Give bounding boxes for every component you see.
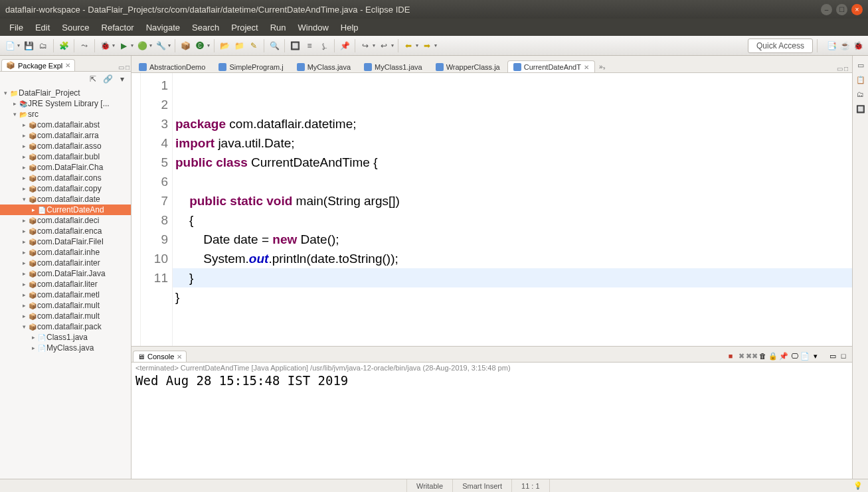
package-explorer-tab[interactable]: 📦 Package Expl ✕ [1,59,75,71]
current-file-node[interactable]: ▸📄CurrentDateAnd [0,205,131,215]
new-class-dropdown[interactable]: ▾ [207,42,210,48]
editor-tab[interactable]: SimpleProgram.j [213,60,289,72]
open-type-button[interactable]: 📂 [218,40,230,52]
package-node[interactable]: ▸📦com.dataflair.mult [0,311,131,321]
prev-ann-dropdown[interactable]: ▾ [391,42,394,48]
run-last-dropdown[interactable]: ▾ [168,42,171,48]
package-tree[interactable]: ▾📁DataFlair_Project ▸📚JRE System Library… [0,86,131,479]
package-node[interactable]: ▸📦com.DataFlair.Cha [0,162,131,173]
pin-button[interactable]: 📌 [339,40,351,52]
show-whitespace-button[interactable]: ⍼ [318,40,330,52]
package-node[interactable]: ▸📦com.DataFlair.Java [0,268,131,279]
save-all-button[interactable]: 🗂 [37,40,49,52]
open-perspective-button[interactable]: 📑 [825,40,837,52]
code-editor[interactable]: 1234567891011 package com.dataflair.date… [131,73,852,346]
skip-breakpoints-button[interactable]: ⤳ [78,40,90,52]
next-ann-dropdown[interactable]: ▾ [373,42,375,48]
editor-tab[interactable]: MyClass1.java [358,60,428,72]
src-node[interactable]: ▾📂src [0,109,131,120]
coverage-button[interactable]: 🟢 [136,40,148,52]
close-tab-icon[interactable]: ✕ [584,64,589,71]
back-button[interactable]: ⬅ [402,40,414,52]
tip-icon[interactable]: 💡 [853,481,863,490]
scroll-lock-button[interactable]: 🔒 [768,351,778,361]
package-node[interactable]: ▸📦com.dataflair.abst [0,120,131,130]
package-node[interactable]: ▾📦com.dataflair.pack [0,321,131,332]
prev-annotation-button[interactable]: ↩ [378,40,390,52]
menu-run[interactable]: Run [265,21,292,34]
run-button[interactable]: ▶ [118,40,130,52]
remove-all-button[interactable]: ✖✖ [747,351,756,361]
menu-project[interactable]: Project [226,21,263,34]
new-package-button[interactable]: 📦 [179,40,191,52]
terminate-button[interactable]: ■ [726,351,735,361]
editor-tab[interactable]: MyClass.java [291,60,357,72]
package-node[interactable]: ▸📦com.dataflair.enca [0,226,131,236]
toggle-mark-button[interactable]: 🔲 [289,40,301,52]
forward-button[interactable]: ➡ [421,40,433,52]
package-node[interactable]: ▸📦com.dataflair.cons [0,173,131,183]
menu-file[interactable]: File [4,21,29,34]
jre-node[interactable]: ▸📚JRE System Library [... [0,98,131,109]
editor-tab[interactable]: WrapperClass.ja [430,60,506,72]
display-console-button[interactable]: 🖵 [790,351,799,361]
package-node[interactable]: ▸📦com.dataflair.deci [0,215,131,226]
minimize-editor-icon[interactable]: ▭ [837,65,843,72]
debug-dropdown[interactable]: ▾ [112,42,115,48]
code-content[interactable]: package com.dataflair.datetime; import j… [173,73,852,346]
package-node[interactable]: ▸📦com.dataflair.inhe [0,247,131,258]
view-menu-button[interactable]: ▾ [116,73,128,85]
package-node[interactable]: ▸📦com.dataflair.copy [0,183,131,194]
package-node[interactable]: ▸📦com.dataflair.metl [0,289,131,300]
link-editor-button[interactable]: 🔗 [102,73,114,85]
window-close-button[interactable]: × [851,4,863,15]
back-dropdown[interactable]: ▾ [416,42,418,48]
quick-access-button[interactable]: Quick Access [748,39,813,53]
maximize-view-icon[interactable]: □ [126,64,130,71]
package-node[interactable]: ▸📦com.dataflair.liter [0,279,131,289]
minimize-view-icon[interactable]: ▭ [118,64,124,71]
maximize-editor-icon[interactable]: □ [844,65,848,72]
package-node[interactable]: ▸📦com.dataflair.asso [0,141,131,151]
package-node[interactable]: ▸📦com.DataFlair.FileI [0,236,131,247]
annotation-ruler[interactable] [131,73,141,346]
package-node[interactable]: ▸📦com.dataflair.bubl [0,151,131,162]
project-node[interactable]: ▾📁DataFlair_Project [0,88,131,98]
editor-tab-active[interactable]: CurrentDateAndT✕ [507,60,595,72]
pin-console-button[interactable]: 📌 [779,351,788,361]
menu-search[interactable]: Search [187,21,224,34]
next-annotation-button[interactable]: ↪ [359,40,371,52]
menu-refactor[interactable]: Refactor [96,21,139,34]
clear-console-button[interactable]: 🗑 [758,351,767,361]
new-class-button[interactable]: 🅒 [194,40,206,52]
toggle-block-button[interactable]: ≡ [304,40,315,52]
window-maximize-button[interactable]: ☐ [836,4,847,15]
maximize-console-icon[interactable]: □ [839,351,848,361]
search-button[interactable]: 🔍 [268,40,280,52]
menu-navigate[interactable]: Navigate [141,21,185,34]
console-output[interactable]: Wed Aug 28 15:15:48 IST 2019 [131,373,852,479]
package-node[interactable]: ▸📦com.dataflair.mult [0,300,131,311]
window-minimize-button[interactable]: – [821,4,832,15]
new-button[interactable]: 📄 [4,40,16,52]
forward-dropdown[interactable]: ▾ [434,42,437,48]
menu-help[interactable]: Help [335,21,364,34]
console-tab[interactable]: 🖥 Console ✕ [133,351,187,362]
menu-source[interactable]: Source [56,21,94,34]
java-file-node[interactable]: ▸📄Class1.java [0,332,131,343]
trim-item-icon[interactable]: 🔲 [855,104,866,114]
package-node[interactable]: ▸📦com.dataflair.arra [0,130,131,141]
java-perspective-button[interactable]: ☕ [839,40,851,52]
run-dropdown[interactable]: ▾ [131,42,133,48]
debug-perspective-button[interactable]: 🐞 [852,40,864,52]
java-file-node[interactable]: ▸📄MyClass.java [0,343,131,353]
debug-button[interactable]: 🐞 [99,40,111,52]
editor-tab[interactable]: AbstractionDemo [133,60,211,72]
save-button[interactable]: 💾 [23,40,35,52]
restore-view-icon[interactable]: ▭ [855,60,866,70]
open-resource-button[interactable]: ✎ [248,40,260,52]
run-last-button[interactable]: 🔧 [155,40,167,52]
console-dropdown[interactable]: ▾ [811,351,820,361]
minimize-console-icon[interactable]: ▭ [828,351,837,361]
coverage-dropdown[interactable]: ▾ [149,42,152,48]
